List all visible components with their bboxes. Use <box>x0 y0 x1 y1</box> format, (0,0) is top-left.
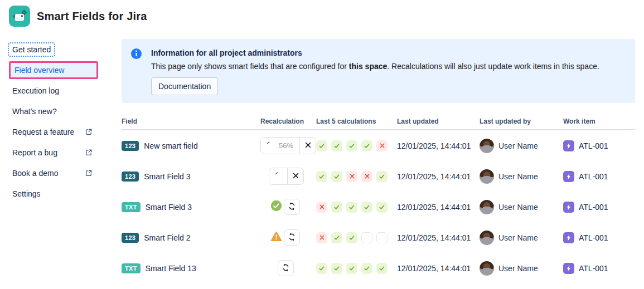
work-item-cell[interactable]: ATL-001 <box>563 202 635 213</box>
sidebar-item-report-a-bug[interactable]: Report a bug <box>9 146 96 159</box>
calculation-chip-pass <box>346 232 357 243</box>
recalculation-status <box>270 199 300 215</box>
column-header-work-item: Work item <box>563 117 635 125</box>
sidebar-item-what-s-new[interactable]: What's new? <box>9 105 96 117</box>
table-row: TXTSmart Field 1312/01/2025, 14:44:01Use… <box>122 253 635 283</box>
cancel-icon <box>304 141 312 150</box>
calculation-chip-pass <box>361 263 372 274</box>
sidebar-item-label: Report a bug <box>12 148 57 157</box>
cancel-recalculation-button[interactable] <box>299 138 316 154</box>
recalculate-button[interactable] <box>284 229 300 246</box>
calculation-chip-fail <box>316 202 327 213</box>
documentation-button[interactable]: Documentation <box>151 77 218 95</box>
nav-item-wrap: Settings <box>9 183 98 204</box>
success-status-icon <box>270 200 282 214</box>
recalculation-progress <box>269 168 304 185</box>
work-item-key: ATL-001 <box>579 172 608 181</box>
banner-content: Information for all project administrato… <box>151 47 599 95</box>
field-cell: 123Smart Field 3 <box>122 172 260 182</box>
field-cell: TXTSmart Field 13 <box>122 263 260 273</box>
field-name: Smart Field 13 <box>146 264 196 273</box>
calculation-chip-pass <box>346 202 357 213</box>
field-cell: 123New smart field <box>122 141 260 151</box>
sidebar-item-book-a-demo[interactable]: Book a demo <box>9 167 96 179</box>
external-link-icon <box>85 169 93 177</box>
last-updated-cell: 12/01/2025, 14:44:01 <box>397 233 480 242</box>
recalculation-status <box>270 229 300 246</box>
sidebar-item-request-a-feature[interactable]: Request a feature <box>9 126 96 138</box>
calculation-chip-pass <box>361 202 372 213</box>
table-row: 123Smart Field 312/01/2025, 14:44:01User… <box>122 161 635 192</box>
calculation-chip-pass <box>331 232 342 243</box>
recalculation-progress-left: 56% <box>261 138 299 154</box>
field-cell: 123Smart Field 2 <box>122 233 260 243</box>
calculation-chip-empty <box>376 232 388 243</box>
work-item-cell[interactable]: ATL-001 <box>563 263 635 274</box>
refresh-icon <box>287 202 297 213</box>
calculation-chip-pass <box>316 140 327 151</box>
nav-item-wrap: Field overview <box>9 60 98 80</box>
table-body: 123New smart field56%12/01/2025, 14:44:0… <box>122 130 635 283</box>
work-item-cell[interactable]: ATL-001 <box>563 171 635 182</box>
column-header-last-5-calculations: Last 5 calculations <box>316 117 397 125</box>
sidebar-item-label: Execution log <box>12 86 59 95</box>
user-avatar <box>480 261 494 276</box>
last-updated-cell: 12/01/2025, 14:44:01 <box>397 203 480 212</box>
sidebar-item-get-started[interactable]: Get started <box>9 43 54 56</box>
app-header: Smart Fields for Jira <box>0 0 644 31</box>
column-header-field: Field <box>122 117 260 125</box>
user-avatar <box>480 139 494 153</box>
last-updated-cell: 12/01/2025, 14:44:01 <box>397 141 480 150</box>
calculation-chip-pass <box>376 171 388 182</box>
info-icon <box>130 48 142 60</box>
last-updated-by-cell: User Name <box>480 169 563 184</box>
last-updated-cell: 12/01/2025, 14:44:01 <box>397 172 480 181</box>
calculation-chip-pass <box>346 140 357 151</box>
work-item-key: ATL-001 <box>579 141 608 150</box>
last-updated-cell: 12/01/2025, 14:44:01 <box>397 264 480 273</box>
table-header-row: FieldRecalculationLast 5 calculationsLas… <box>122 117 635 130</box>
main-content: Information for all project administrato… <box>122 39 635 283</box>
last-updated-by-cell: User Name <box>480 231 563 245</box>
nav-item-wrap: Execution log <box>9 80 98 101</box>
sidebar-item-label: What's new? <box>12 107 57 116</box>
sidebar-item-label: Book a demo <box>12 169 59 178</box>
user-avatar <box>480 231 494 245</box>
external-link-icon <box>85 149 93 156</box>
recalculate-button[interactable] <box>278 260 294 276</box>
sidebar-item-label: Request a feature <box>12 128 74 136</box>
recalculation-cell <box>260 168 316 185</box>
sidebar-item-field-overview[interactable]: Field overview <box>9 61 98 79</box>
user-name: User Name <box>498 141 538 150</box>
work-item-bolt-icon <box>563 202 574 213</box>
nav-item-wrap: Book a demo <box>9 163 98 183</box>
calculation-chip-pass <box>361 140 372 151</box>
calculation-chip-fail <box>361 171 372 182</box>
calculation-chip-pass <box>316 263 327 274</box>
nav-item-wrap: Report a bug <box>9 142 98 163</box>
sidebar: Get startedField overviewExecution logWh… <box>9 39 98 204</box>
banner-body: This page only shows smart fields that a… <box>151 61 599 72</box>
work-item-cell[interactable]: ATL-001 <box>563 232 635 243</box>
work-item-bolt-icon <box>563 263 574 274</box>
sidebar-item-execution-log[interactable]: Execution log <box>9 85 96 97</box>
last-5-calculations-cell <box>316 140 397 151</box>
banner-body-text: This page only shows smart fields that a… <box>151 62 349 71</box>
last-5-calculations-cell <box>316 263 397 274</box>
progress-percent: 56% <box>278 141 294 150</box>
last-updated-by-cell: User Name <box>480 139 563 153</box>
calculation-chip-pass <box>346 263 357 274</box>
work-item-bolt-icon <box>563 140 574 151</box>
field-name: Smart Field 3 <box>144 172 190 181</box>
banner-title: Information for all project administrato… <box>151 47 599 58</box>
recalculate-button[interactable] <box>284 199 300 215</box>
work-item-cell[interactable]: ATL-001 <box>563 140 635 151</box>
sidebar-item-label: Settings <box>12 189 41 198</box>
user-avatar <box>480 169 494 184</box>
calculation-chip-pass <box>376 202 388 213</box>
cancel-recalculation-button[interactable] <box>287 168 303 184</box>
sidebar-item-label: Get started <box>12 45 51 54</box>
calculation-chip-pass <box>376 263 388 274</box>
page-layout: Get startedField overviewExecution logWh… <box>0 31 644 283</box>
sidebar-item-settings[interactable]: Settings <box>9 188 96 200</box>
